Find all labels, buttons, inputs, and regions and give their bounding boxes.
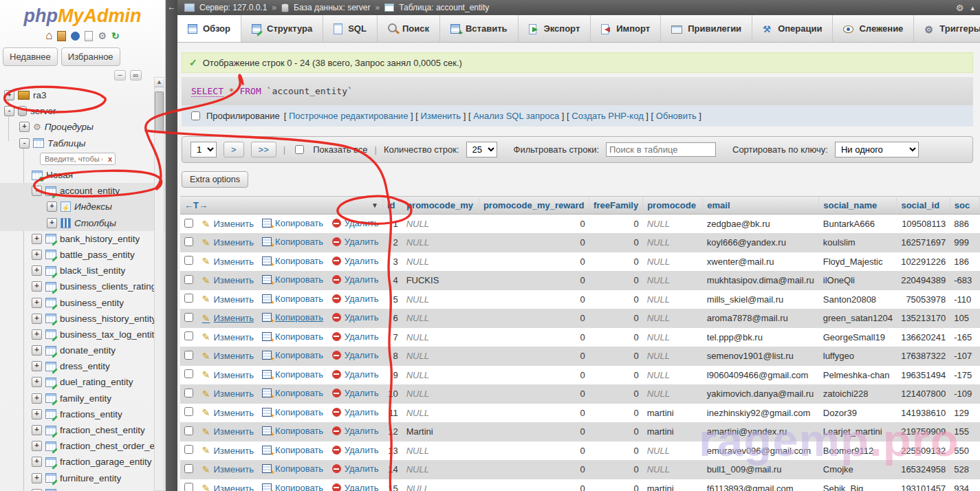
row-copy-link[interactable]: Копировать [262, 445, 323, 455]
profiling-link[interactable]: Построчное редактирование [289, 111, 408, 121]
row-edit-link[interactable]: Изменить [202, 313, 254, 324]
tab-recent[interactable]: Недавнее [3, 47, 58, 66]
row-copy-link[interactable]: Копировать [262, 331, 323, 342]
tab-search[interactable]: Поиск [378, 15, 440, 42]
row-delete-link[interactable]: Удалить [332, 407, 379, 417]
row-checkbox[interactable] [184, 294, 193, 303]
expand-icon[interactable]: + [47, 218, 57, 228]
scroll-up-icon[interactable]: ▲ [155, 78, 164, 87]
column-header-soc[interactable]: soc [950, 197, 979, 215]
row-checkbox[interactable] [184, 331, 193, 340]
tab-export[interactable]: Экспорт [519, 15, 591, 42]
row-edit-link[interactable]: Изменить [202, 237, 254, 248]
link-views-icon[interactable]: ∞ [130, 70, 142, 80]
sql-keyword-select[interactable]: SELECT [191, 86, 224, 97]
expand-icon[interactable]: + [32, 314, 42, 324]
row-checkbox[interactable] [184, 464, 193, 473]
row-checkbox[interactable] [184, 219, 193, 228]
row-delete-link[interactable]: Удалить [332, 463, 379, 474]
row-delete-link[interactable]: Удалить [332, 312, 379, 323]
row-copy-link[interactable]: Копировать [262, 463, 323, 474]
row-edit-link[interactable]: Изменить [202, 426, 254, 437]
column-header-promocode-my[interactable]: promocode_my [402, 197, 479, 215]
panel-divider[interactable]: ← [166, 0, 177, 491]
tree-item-black_list_entity[interactable]: +black_list_entity [0, 263, 165, 279]
row-copy-link[interactable]: Копировать [262, 426, 323, 436]
column-header-promocode-my-reward[interactable]: promocode_my_reward [479, 197, 589, 215]
row-checkbox[interactable] [184, 483, 193, 491]
expand-icon[interactable]: + [32, 250, 42, 260]
collapse-sidebar-icon[interactable]: ← [166, 2, 177, 12]
tree-item-business_clients_rating[interactable]: +business_clients_rating [0, 279, 165, 294]
row-delete-link[interactable]: Удалить [332, 218, 379, 228]
page-settings-icon[interactable] [956, 3, 964, 13]
tree-item-dress_entity[interactable]: +dress_entity [0, 358, 165, 374]
row-edit-link[interactable]: Изменить [202, 483, 254, 491]
expand-icon[interactable]: + [32, 441, 42, 451]
settings-icon[interactable] [98, 30, 107, 42]
row-copy-link[interactable]: Копировать [262, 294, 323, 304]
help-icon[interactable] [71, 32, 80, 41]
tree-item-gang_war_entity[interactable]: +gang_war_entity [0, 486, 165, 491]
collapse-top-icon[interactable] [970, 3, 974, 13]
docs-icon[interactable] [85, 31, 93, 41]
home-icon[interactable] [45, 29, 52, 43]
row-delete-link[interactable]: Удалить [332, 331, 379, 342]
scrollbar-thumb[interactable] [155, 91, 164, 133]
tab-insert[interactable]: Вставить [440, 15, 519, 42]
tree-item-business_entity[interactable]: +business_entity [0, 294, 165, 310]
tree-item-bank_history_entity[interactable]: +bank_history_entity [0, 231, 165, 247]
expand-icon[interactable]: + [32, 234, 42, 244]
breadcrumb-database[interactable]: База данных: server [294, 3, 371, 12]
row-delete-link[interactable]: Удалить [332, 445, 379, 455]
expand-icon[interactable]: + [32, 265, 42, 276]
tree-item-fractions_entity[interactable]: +fractions_entity [0, 406, 165, 422]
extra-options-button[interactable]: Extra options [182, 171, 248, 188]
row-delete-link[interactable]: Удалить [332, 256, 379, 266]
tab-import[interactable]: Импорт [591, 15, 661, 42]
tab-trig[interactable]: Триггеры [914, 15, 980, 42]
expand-icon[interactable]: + [19, 122, 30, 132]
column-header-social-id[interactable]: social_id [897, 197, 950, 215]
expand-icon[interactable]: + [47, 201, 57, 212]
tab-browse[interactable]: Обзор [177, 15, 241, 42]
column-header-email[interactable]: email [703, 197, 819, 215]
row-checkbox[interactable] [184, 351, 193, 360]
tab-ops[interactable]: Операции [752, 15, 833, 42]
row-edit-link[interactable]: Изменить [202, 369, 254, 380]
last-page-button[interactable]: >> [251, 142, 276, 157]
row-checkbox[interactable] [184, 256, 193, 265]
row-copy-link[interactable]: Копировать [262, 407, 323, 417]
exit-icon[interactable] [57, 31, 66, 41]
row-delete-link[interactable]: Удалить [332, 237, 379, 247]
column-header-promocode[interactable]: promocode [643, 197, 703, 215]
tree-item-furniture_entity[interactable]: +furniture_entity [0, 470, 165, 486]
collapse-icon[interactable]: - [19, 138, 30, 149]
row-delete-link[interactable]: Удалить [332, 294, 379, 304]
collapse-all-icon[interactable]: − [114, 70, 126, 80]
collapse-icon[interactable]: - [32, 186, 42, 196]
phpmyadmin-logo[interactable]: phpMyAdmin [0, 6, 165, 27]
row-copy-link[interactable]: Копировать [262, 483, 323, 491]
row-delete-link[interactable]: Удалить [332, 350, 379, 360]
tree-item-family_entity[interactable]: +family_entity [0, 391, 165, 406]
column-header-id[interactable]: id [382, 197, 402, 215]
tree-item-server[interactable]: -server [0, 103, 165, 119]
tree-item-donate_entity[interactable]: +donate_entity [0, 342, 165, 358]
expand-icon[interactable]: + [32, 409, 42, 419]
tab-sql[interactable]: SQL [323, 15, 378, 42]
row-copy-link[interactable]: Копировать [262, 256, 323, 266]
sort-key-select[interactable]: Ни одного [835, 142, 919, 157]
page-select[interactable]: 1 [190, 142, 217, 157]
row-copy-link[interactable]: Копировать [262, 237, 323, 247]
row-delete-link[interactable]: Удалить [332, 483, 379, 491]
tree-item-Столбцы[interactable]: +Столбцы [0, 215, 165, 231]
row-copy-link[interactable]: Копировать [262, 369, 323, 380]
clear-filter-icon[interactable]: x [108, 155, 112, 163]
tree-item-fraction_chest_order_e[interactable]: +fraction_chest_order_e [0, 438, 165, 454]
expand-icon[interactable]: + [32, 393, 42, 404]
tree-item-battle_pass_entity[interactable]: +battle_pass_entity [0, 247, 165, 263]
expand-icon[interactable]: + [32, 329, 42, 340]
profiling-link[interactable]: Создать PHP-код [571, 111, 643, 121]
row-checkbox[interactable] [184, 369, 193, 378]
